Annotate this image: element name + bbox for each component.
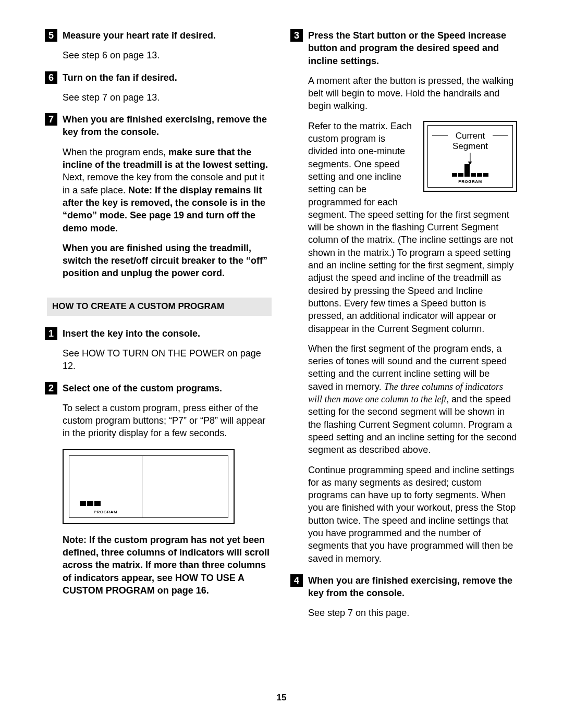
step-3: 3 Press the Start button or the Speed in… (292, 29, 517, 565)
step-2: 2 Select one of the custom programs. To … (47, 382, 272, 597)
program-label: PROGRAM (428, 179, 512, 185)
display-matrix-area: PROGRAM (69, 456, 142, 517)
step-3-heading: 3 Press the Start button or the Speed in… (292, 29, 517, 67)
body-text: To select a custom program, press either… (63, 402, 272, 440)
step-number-marker: 6 (45, 71, 57, 84)
step-2-body: To select a custom program, press either… (47, 402, 272, 440)
step-5-body: See step 6 on page 13. (47, 49, 272, 61)
segment-bars-icon (452, 164, 488, 177)
display-inner: PROGRAM (69, 455, 228, 518)
step-title: When you are finished exercising, remove… (63, 114, 267, 137)
step-7-body: When the program ends, make sure that th… (47, 146, 272, 280)
body-text: When the first segment of the program en… (308, 342, 517, 456)
step-4-body: See step 7 on this page. (292, 607, 517, 619)
step-3-body: A moment after the button is pressed, th… (292, 75, 517, 565)
body-text: When the program ends, make sure that th… (63, 146, 272, 235)
step-number-marker: 7 (45, 113, 57, 126)
step-1-body: See HOW TO TURN ON THE POWER on page 12. (47, 347, 272, 373)
step-6: 6 Turn on the fan if desired. See step 7… (47, 71, 272, 104)
step-number-marker: 4 (290, 574, 303, 587)
console-display-figure: PROGRAM (63, 449, 235, 524)
step-number-marker: 5 (45, 29, 57, 42)
section-heading: HOW TO CREATE A CUSTOM PROGRAM (47, 298, 272, 316)
body-text: A moment after the button is pressed, th… (308, 75, 517, 113)
label-line-1: Current (456, 131, 485, 141)
step-title: Press the Start button or the Speed incr… (308, 30, 506, 66)
step-number-marker: 3 (290, 29, 303, 42)
step-number-marker: 1 (45, 327, 57, 340)
step-4-heading: 4 When you are finished exercising, remo… (292, 574, 517, 600)
body-text: Note: If the custom program has not yet … (63, 534, 272, 597)
step-5-heading: 5 Measure your heart rate if desired. (47, 29, 272, 42)
page-number: 15 (0, 692, 563, 704)
step-5: 5 Measure your heart rate if desired. Se… (47, 29, 272, 62)
body-text: See HOW TO TURN ON THE POWER on page 12. (63, 347, 272, 373)
right-column: 3 Press the Start button or the Speed in… (292, 29, 517, 629)
body-text: See step 7 on this page. (308, 607, 517, 619)
step-4: 4 When you are finished exercising, remo… (292, 574, 517, 620)
step-title: Measure your heart rate if desired. (63, 30, 216, 41)
step-2-note: Note: If the custom program has not yet … (47, 534, 272, 597)
step-6-body: See step 7 on page 13. (47, 91, 272, 104)
floated-block: Current Segment (308, 120, 517, 342)
step-1-heading: 1 Insert the key into the console. (47, 327, 272, 340)
bold-text: When you are finished using the treadmil… (63, 243, 267, 279)
text-run: ting for the first segment, simply adjus… (308, 260, 513, 334)
bold-text: Note: If the custom program has not yet … (63, 535, 270, 596)
label-line-2: Segment (452, 141, 488, 151)
step-title: When you are finished exercising, remove… (308, 575, 512, 598)
body-text: Continue programming speed and incline s… (308, 464, 517, 565)
step-2-heading: 2 Select one of the custom programs. (47, 382, 272, 394)
step-1: 1 Insert the key into the console. See H… (47, 327, 272, 373)
step-7: 7 When you are finished exercising, remo… (47, 113, 272, 280)
step-6-heading: 6 Turn on the fan if desired. (47, 71, 272, 84)
matrix-bars-icon (80, 501, 101, 506)
current-segment-figure: Current Segment (423, 121, 517, 192)
step-title: Turn on the fan if desired. (63, 72, 177, 83)
text-run: When the program ends, (63, 147, 168, 157)
step-title: Select one of the custom programs. (63, 383, 222, 393)
two-column-layout: 5 Measure your heart rate if desired. Se… (47, 29, 517, 629)
priority-display-area (142, 456, 228, 517)
segment-inner: Current Segment (427, 125, 513, 188)
step-title: Insert the key into the console. (63, 328, 200, 339)
body-text: When you are finished using the treadmil… (63, 242, 272, 280)
arrow-down-icon (470, 153, 471, 164)
left-column: 5 Measure your heart rate if desired. Se… (47, 29, 272, 629)
program-label: PROGRAM (69, 510, 142, 515)
manual-page: 5 Measure your heart rate if desired. Se… (0, 0, 563, 728)
step-number-marker: 2 (45, 382, 57, 394)
body-text: See step 7 on page 13. (63, 91, 272, 104)
body-text: See step 6 on page 13. (63, 49, 272, 61)
segment-label: Current Segment (428, 131, 512, 152)
seven-segment-value (161, 472, 210, 501)
step-7-heading: 7 When you are finished exercising, remo… (47, 113, 272, 139)
